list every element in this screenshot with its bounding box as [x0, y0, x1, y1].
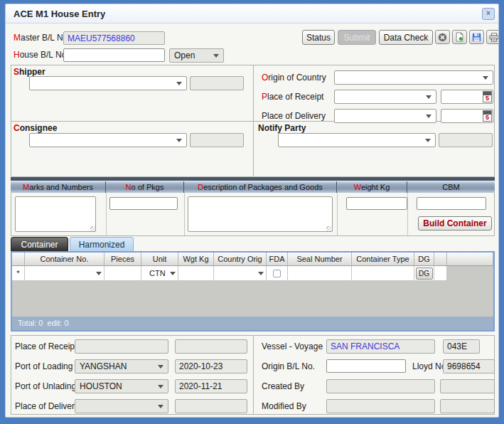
grid-col-wgt-kg: Wgt Kg [178, 253, 214, 266]
master-bl-label: Master B/L No. [14, 33, 70, 43]
grid-col-fda: FDA [267, 253, 288, 266]
lloyd-no-field: 9698654 [443, 359, 495, 373]
cancel-button[interactable] [435, 30, 450, 44]
country-orig-cell[interactable] [214, 266, 267, 281]
place-of-delivery-label: Place of Delivery [262, 111, 326, 121]
unit-cell[interactable]: CTN [141, 266, 178, 281]
vessel-field: SAN FRANCISCA [326, 339, 435, 354]
voyage-field: 043E [443, 339, 480, 354]
grid-col-container-type: Container Type [352, 253, 414, 266]
data-check-button[interactable]: Data Check [379, 30, 433, 45]
tab-container[interactable]: Container [11, 237, 68, 251]
row-filler-cell [447, 266, 493, 281]
notify-party-code-field [439, 133, 493, 147]
chevron-down-icon [176, 82, 182, 85]
grid-col-pieces: Pieces [104, 253, 141, 266]
origin-bl-input[interactable] [326, 359, 406, 373]
container-type-cell[interactable] [352, 266, 414, 281]
wgt-kg-cell[interactable] [178, 266, 214, 281]
house-status-combo[interactable]: Open [169, 48, 224, 63]
chevron-down-icon [176, 139, 182, 142]
grid-empty-area [12, 281, 493, 317]
port-of-loading-combo[interactable]: YANGSHAN [75, 359, 168, 373]
bl-place-of-receipt-field [75, 339, 168, 354]
cbm-input[interactable] [417, 197, 486, 210]
grid-col-filler [447, 253, 493, 266]
shipper-code-field [190, 76, 244, 90]
bl-place-of-receipt-date [175, 339, 247, 354]
place-of-receipt-label: Place of Receipt [262, 92, 323, 102]
chevron-down-icon [426, 115, 431, 118]
calendar-icon[interactable]: 5 [483, 110, 492, 122]
seal-number-cell[interactable] [288, 266, 352, 281]
place-of-receipt-combo[interactable] [334, 90, 436, 104]
grid-col-marker [12, 253, 25, 266]
save-button[interactable] [469, 30, 484, 44]
bl-place-of-delivery-combo[interactable] [75, 399, 168, 413]
build-container-button[interactable]: Build Container [418, 216, 492, 230]
delivery-date-input[interactable]: 5 [441, 109, 493, 123]
grid-col-dg: DG [414, 253, 434, 266]
resize-handle-icon[interactable] [90, 226, 95, 231]
marks-textarea[interactable] [15, 196, 96, 232]
grid-col-unit: Unit [141, 253, 178, 266]
weight-input[interactable] [346, 197, 407, 210]
new-document-button[interactable] [452, 30, 467, 44]
dg-button[interactable]: DG [416, 267, 433, 280]
print-icon [489, 33, 499, 42]
chevron-down-icon [158, 385, 163, 388]
chevron-down-icon [158, 365, 163, 369]
consignee-combo[interactable] [29, 133, 187, 147]
goods-col-marks: Marks and Numbers [11, 181, 106, 193]
modified-by-date-field [440, 399, 495, 413]
created-by-label: Created By [262, 381, 304, 391]
grid-footer-status: Total: 0 edit: 0 [12, 317, 493, 330]
goods-col-cbm: CBM [407, 181, 495, 193]
shipper-section-label: Shipper [14, 67, 45, 77]
receipt-date-input[interactable]: 5 [441, 90, 493, 104]
modified-by-label: Modified By [262, 401, 306, 411]
calendar-icon[interactable]: 5 [483, 91, 492, 102]
chevron-down-icon [483, 76, 488, 80]
pkgs-input[interactable] [109, 197, 178, 210]
tab-harmonized[interactable]: Harmonized [70, 237, 134, 251]
table-row: * CTN DG [12, 266, 493, 281]
chevron-down-icon [170, 272, 176, 275]
place-of-delivery-combo[interactable] [334, 109, 436, 123]
chevron-down-icon [426, 95, 431, 99]
consignee-code-field [190, 133, 244, 147]
chevron-down-icon [425, 139, 431, 142]
goods-col-pkgs: No of Pkgs [106, 181, 184, 193]
notify-party-section-label: Notify Party [258, 123, 306, 133]
port-of-loading-label: Port of Loading [15, 361, 73, 371]
panel-divider [253, 335, 254, 415]
goods-col-description: Description of Packages and Goods [184, 181, 337, 193]
chevron-down-icon [96, 272, 102, 275]
print-button[interactable] [486, 30, 499, 44]
submit-button: Submit [338, 30, 376, 45]
status-button[interactable]: Status [302, 30, 335, 45]
container-grid-header: Container No. Pieces Unit Wgt Kg Country… [12, 253, 493, 266]
fda-checkbox[interactable] [273, 270, 281, 277]
origin-bl-label: Origin B/L No. [262, 361, 315, 371]
house-bl-input[interactable] [63, 48, 165, 62]
origin-country-label: Origin of Country [262, 73, 326, 83]
port-of-unlading-combo[interactable]: HOUSTON [75, 379, 168, 393]
new-document-icon [455, 32, 464, 42]
row-filler-cell [434, 266, 447, 281]
pieces-cell[interactable] [104, 266, 141, 281]
dg-cell: DG [414, 266, 434, 281]
port-of-unlading-label: Port of Unlading [15, 381, 76, 391]
container-no-cell[interactable] [25, 266, 104, 281]
shipper-combo[interactable] [29, 76, 187, 90]
origin-country-combo[interactable] [334, 70, 493, 85]
bl-place-of-receipt-label: Place of Receipt [15, 341, 77, 351]
goods-col-weight: Weight Kg [337, 181, 407, 193]
description-textarea[interactable] [188, 196, 333, 232]
close-icon[interactable]: × [482, 8, 495, 20]
notify-party-combo[interactable] [278, 133, 436, 147]
resize-handle-icon[interactable] [326, 226, 331, 231]
created-by-user-field [326, 379, 435, 393]
created-by-date-field [440, 379, 495, 393]
title-bar: ACE M1 House Entry × [6, 4, 498, 23]
